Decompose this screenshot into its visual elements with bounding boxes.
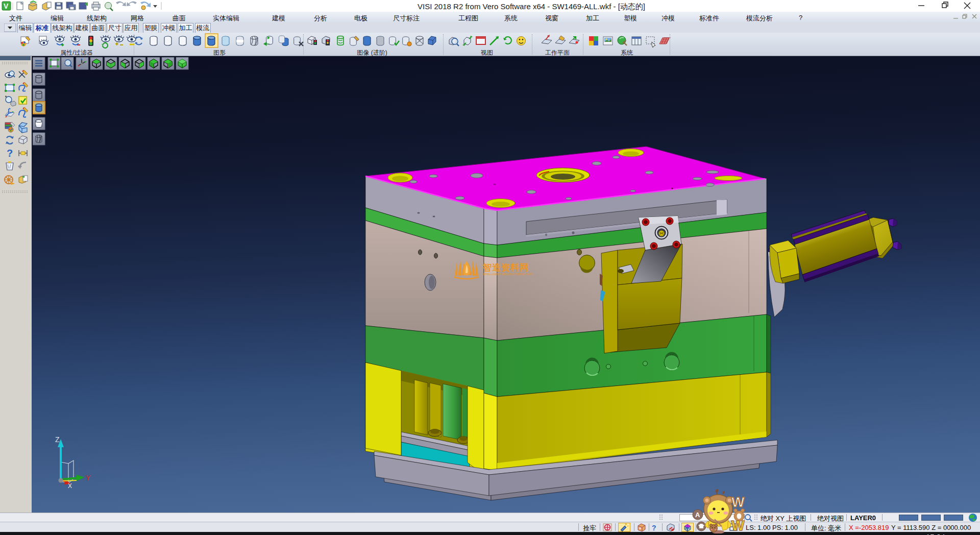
svg-text:W: W xyxy=(731,518,745,533)
svg-text:智造资料网: 智造资料网 xyxy=(482,262,529,273)
svg-text:X: X xyxy=(68,482,72,490)
svg-text:INTELLIGENT MANUFACTURING DATA: INTELLIGENT MANUFACTURING DATA xyxy=(483,273,533,276)
svg-text:Y: Y xyxy=(86,474,91,482)
svg-text:A: A xyxy=(695,511,700,519)
svg-text:W: W xyxy=(731,495,745,510)
svg-text:Z: Z xyxy=(55,435,60,444)
